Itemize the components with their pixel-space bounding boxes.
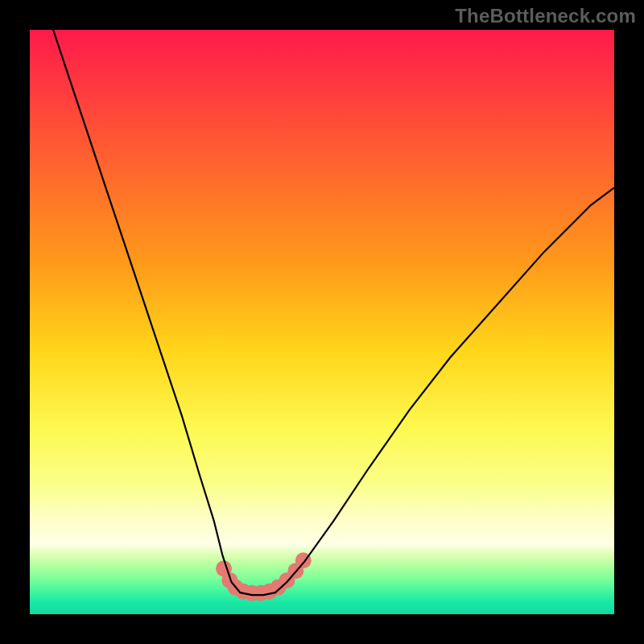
bottleneck-curve bbox=[53, 30, 614, 595]
plot-area bbox=[30, 30, 614, 614]
chart-frame: TheBottleneck.com bbox=[0, 0, 644, 644]
watermark-label: TheBottleneck.com bbox=[455, 5, 636, 27]
chart-svg bbox=[30, 30, 614, 614]
